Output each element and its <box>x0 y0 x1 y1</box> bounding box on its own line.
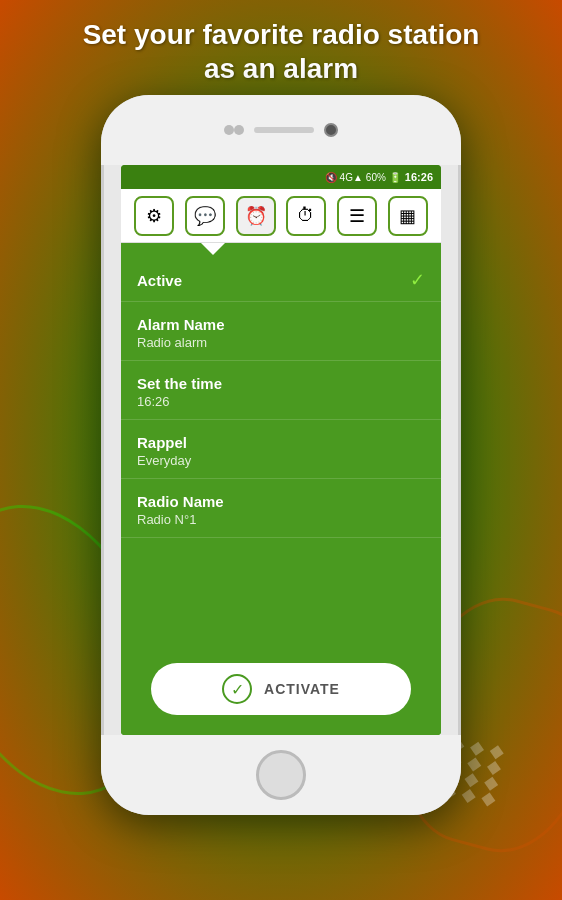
header-line2: as an alarm <box>204 53 358 84</box>
rappel-label: Rappel <box>137 434 425 451</box>
menu-item-alarm-name[interactable]: Alarm Name Radio alarm <box>121 302 441 361</box>
message-icon: 💬 <box>194 205 216 227</box>
set-time-label: Set the time <box>137 375 425 392</box>
status-bar: 🔇 4G▲ 60% 🔋 16:26 <box>121 165 441 189</box>
menu-item-rappel[interactable]: Rappel Everyday <box>121 420 441 479</box>
battery-level: 60% <box>366 172 386 183</box>
header-line1: Set your favorite radio station <box>83 19 480 50</box>
tab-pointer <box>201 243 225 255</box>
phone-shell: 🔇 4G▲ 60% 🔋 16:26 ⚙ 💬 ⏰ ⏱ ☰ <box>101 95 461 815</box>
camera-dot-left <box>224 125 234 135</box>
radio-name-value: Radio N°1 <box>137 512 425 527</box>
tab-timer[interactable]: ⏱ <box>286 196 326 236</box>
timer-icon: ⏱ <box>297 205 315 226</box>
tab-message[interactable]: 💬 <box>185 196 225 236</box>
signal-icon: 4G▲ <box>340 172 363 183</box>
activate-check-circle: ✓ <box>222 674 252 704</box>
tab-settings[interactable]: ⚙ <box>134 196 174 236</box>
active-checkmark: ✓ <box>410 269 425 291</box>
button-area: ✓ ACTIVATE <box>121 643 441 735</box>
alarm-icon: ⏰ <box>245 205 267 227</box>
content-area: Active ✓ Alarm Name Radio alarm Set the … <box>121 255 441 735</box>
alarm-name-label: Alarm Name <box>137 316 425 333</box>
set-time-value: 16:26 <box>137 394 425 409</box>
menu-item-set-time[interactable]: Set the time 16:26 <box>121 361 441 420</box>
activate-label: ACTIVATE <box>264 681 340 697</box>
front-camera <box>324 123 338 137</box>
activate-check-icon: ✓ <box>231 680 244 699</box>
rappel-value: Everyday <box>137 453 425 468</box>
status-icons: 🔇 4G▲ 60% 🔋 <box>325 172 401 183</box>
grid-icon: ▦ <box>399 205 416 227</box>
mute-icon: 🔇 <box>325 172 337 183</box>
alarm-name-value: Radio alarm <box>137 335 425 350</box>
tab-list[interactable]: ☰ <box>337 196 377 236</box>
content-spacer <box>121 538 441 643</box>
tab-alarm[interactable]: ⏰ <box>236 196 276 236</box>
settings-icon: ⚙ <box>146 205 162 227</box>
radio-name-label: Radio Name <box>137 493 425 510</box>
activate-button[interactable]: ✓ ACTIVATE <box>151 663 411 715</box>
menu-item-radio-name[interactable]: Radio Name Radio N°1 <box>121 479 441 538</box>
menu-item-active[interactable]: Active ✓ <box>121 255 441 302</box>
phone-top-bezel <box>101 95 461 165</box>
page-header: Set your favorite radio station as an al… <box>53 0 510 95</box>
camera-dot-right <box>234 125 244 135</box>
home-button[interactable] <box>256 750 306 800</box>
tab-grid[interactable]: ▦ <box>388 196 428 236</box>
status-time: 16:26 <box>405 171 433 183</box>
speaker <box>254 127 314 133</box>
battery-icon: 🔋 <box>389 172 401 183</box>
phone-bottom-bezel <box>101 735 461 815</box>
list-icon: ☰ <box>349 205 365 227</box>
active-label: Active <box>137 272 182 289</box>
tab-bar: ⚙ 💬 ⏰ ⏱ ☰ ▦ <box>121 189 441 243</box>
phone-screen: 🔇 4G▲ 60% 🔋 16:26 ⚙ 💬 ⏰ ⏱ ☰ <box>121 165 441 735</box>
